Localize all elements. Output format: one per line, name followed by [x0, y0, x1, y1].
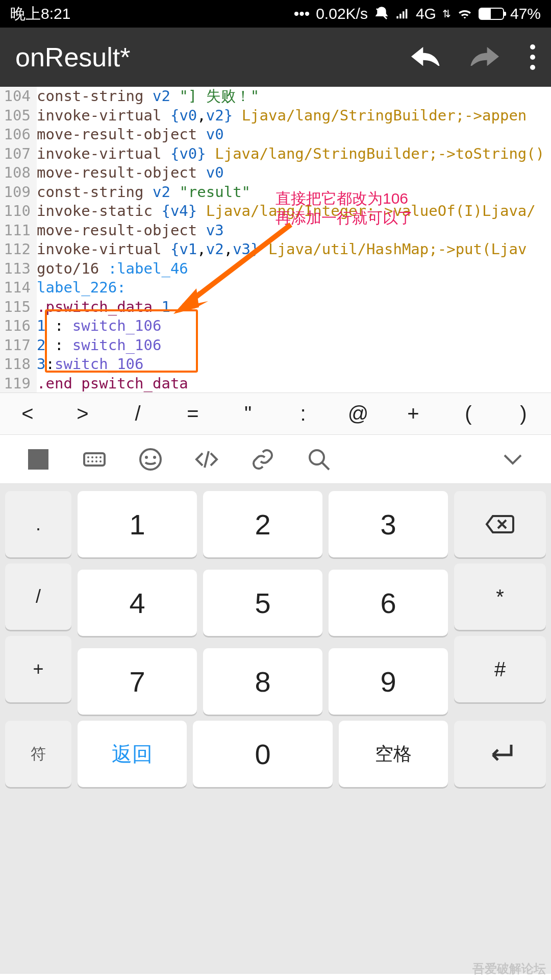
undo-button[interactable]	[411, 47, 440, 67]
key-return-mode[interactable]: 返回	[78, 721, 187, 787]
code-line[interactable]: 119.end pswitch_data	[0, 374, 551, 394]
svg-point-11	[99, 460, 102, 462]
symbol-key[interactable]: (	[441, 402, 496, 425]
status-bar: 晚上8:21 ••• 0.02K/s 4G ⇅ 47%	[0, 0, 551, 28]
line-number: 106	[0, 125, 37, 144]
symbol-key[interactable]: @	[331, 402, 386, 425]
highlight-box	[45, 309, 198, 373]
code-line[interactable]: 108move-result-object v0	[0, 163, 551, 183]
keyboard-icon[interactable]	[66, 447, 122, 472]
key-space[interactable]: 空格	[339, 721, 448, 787]
grid-icon[interactable]	[10, 447, 66, 472]
link-icon[interactable]	[235, 447, 291, 472]
key-slash[interactable]: /	[5, 564, 71, 630]
line-number: 112	[0, 240, 37, 259]
symbol-key[interactable]: +	[386, 402, 441, 425]
code-line[interactable]: 113goto/16 :label_46	[0, 259, 551, 279]
key-5[interactable]: 5	[203, 570, 322, 636]
key-enter[interactable]	[454, 721, 546, 787]
symbol-shortcut-row: <>/=":@+()	[0, 393, 551, 435]
code-content[interactable]: label_226:	[37, 278, 551, 298]
symbol-key[interactable]: >	[55, 402, 110, 425]
code-content[interactable]: goto/16 :label_46	[37, 259, 551, 279]
key-hash[interactable]: #	[454, 636, 546, 702]
line-number: 113	[0, 259, 37, 279]
wifi-icon	[457, 8, 472, 20]
key-0[interactable]: 0	[193, 721, 333, 787]
code-content[interactable]: move-result-object v0	[37, 125, 551, 144]
svg-point-9	[91, 460, 93, 462]
svg-point-5	[91, 456, 93, 458]
key-dot[interactable]: .	[5, 491, 71, 557]
key-8[interactable]: 8	[203, 648, 322, 715]
line-number: 114	[0, 278, 37, 298]
network-speed: 0.02K/s	[316, 5, 368, 22]
symbol-key[interactable]: "	[220, 402, 276, 425]
symbol-key[interactable]: =	[165, 402, 220, 425]
app-title: onResult*	[15, 42, 411, 72]
battery-percent: 47%	[510, 5, 541, 22]
code-line[interactable]: 107invoke-virtual {v0} Ljava/lang/String…	[0, 144, 551, 164]
watermark: 吾爱破解论坛	[472, 961, 546, 977]
svg-point-6	[95, 456, 97, 458]
code-content[interactable]: invoke-virtual {v0,v2} Ljava/lang/String…	[37, 106, 551, 126]
symbol-key[interactable]: )	[496, 402, 551, 425]
svg-line-16	[322, 462, 329, 470]
redo-button[interactable]	[470, 47, 499, 67]
line-number: 107	[0, 144, 37, 164]
battery-icon	[479, 8, 504, 20]
line-number: 116	[0, 316, 37, 336]
key-9[interactable]: 9	[329, 648, 448, 715]
svg-point-7	[99, 456, 102, 458]
key-plus[interactable]: +	[5, 636, 71, 702]
line-number: 109	[0, 183, 37, 202]
emoji-icon[interactable]	[122, 447, 179, 472]
key-6[interactable]: 6	[329, 570, 448, 636]
code-line[interactable]: 114label_226:	[0, 278, 551, 298]
key-symbol[interactable]: 符	[5, 721, 71, 787]
more-menu-button[interactable]	[530, 44, 536, 70]
line-number: 105	[0, 106, 37, 126]
code-content[interactable]: .end pswitch_data	[37, 374, 551, 394]
search-icon[interactable]	[291, 447, 347, 472]
code-line[interactable]: 105invoke-virtual {v0,v2} Ljava/lang/Str…	[0, 106, 551, 126]
symbol-key[interactable]: :	[276, 402, 331, 425]
code-editor[interactable]: 104const-string v2 "] 失败！"105invoke-virt…	[0, 87, 551, 393]
code-tag-icon[interactable]	[179, 447, 235, 472]
key-backspace[interactable]	[454, 491, 546, 557]
code-content[interactable]: invoke-virtual {v0} Ljava/lang/StringBui…	[37, 144, 551, 164]
svg-point-15	[310, 450, 324, 464]
svg-point-4	[87, 456, 89, 458]
code-line[interactable]: 112invoke-virtual {v1,v2,v3} Ljava/util/…	[0, 240, 551, 259]
key-2[interactable]: 2	[203, 491, 322, 557]
code-line[interactable]: 106move-result-object v0	[0, 125, 551, 144]
code-content[interactable]: invoke-virtual {v1,v2,v3} Ljava/util/Has…	[37, 240, 551, 259]
annotation-text: 直接把它都改为106 再添加一行就可以了	[276, 189, 413, 228]
symbol-key[interactable]: <	[0, 402, 55, 425]
key-4[interactable]: 4	[78, 570, 197, 636]
key-7[interactable]: 7	[78, 648, 197, 715]
app-bar: onResult*	[0, 28, 551, 87]
line-number: 108	[0, 163, 37, 183]
editor-toolbar	[0, 435, 551, 484]
svg-point-8	[87, 460, 89, 462]
key-1[interactable]: 1	[78, 491, 197, 557]
network-type: 4G	[416, 5, 436, 22]
symbol-key[interactable]: /	[110, 402, 165, 425]
svg-point-13	[145, 456, 148, 459]
line-number: 119	[0, 374, 37, 394]
line-number: 111	[0, 221, 37, 240]
line-number: 104	[0, 87, 37, 106]
line-number: 110	[0, 202, 37, 221]
code-line[interactable]: 104const-string v2 "] 失败！"	[0, 87, 551, 106]
collapse-keyboard-icon[interactable]	[485, 447, 541, 472]
status-time: 晚上8:21	[10, 4, 294, 24]
key-3[interactable]: 3	[329, 491, 448, 557]
numeric-keyboard: . / + 1 2 3 4 5 6 7 8 9 *	[0, 484, 551, 974]
code-content[interactable]: move-result-object v0	[37, 163, 551, 183]
code-content[interactable]: const-string v2 "] 失败！"	[37, 87, 551, 106]
line-number: 115	[0, 298, 37, 317]
key-star[interactable]: *	[454, 564, 546, 630]
svg-point-10	[95, 460, 97, 462]
svg-point-14	[153, 456, 156, 459]
